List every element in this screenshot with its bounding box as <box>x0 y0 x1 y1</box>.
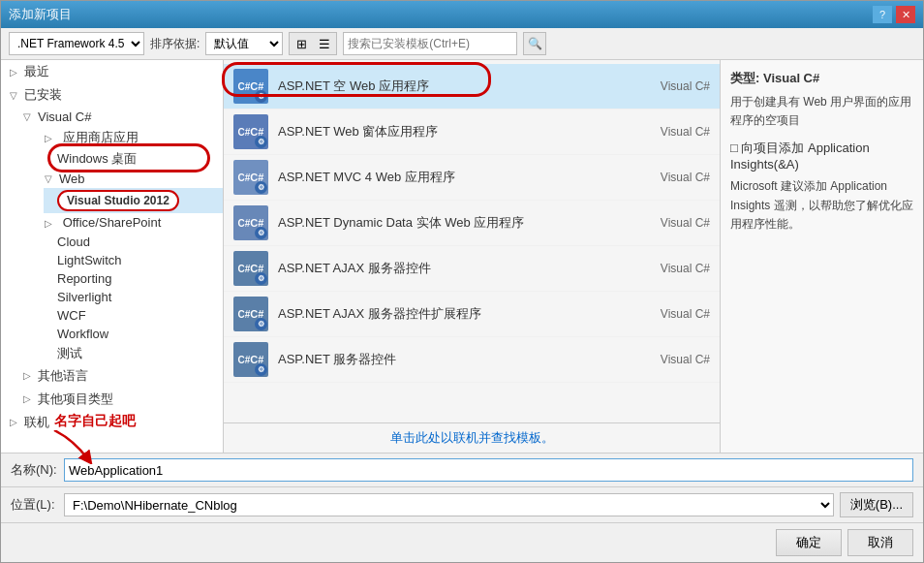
expand-icon-appstore: ▷ <box>42 132 55 145</box>
recent-section: ▷ 最近 <box>1 60 223 83</box>
template-icon-gear: ⚙ <box>255 90 267 103</box>
template-name: ASP.NET Dynamic Data 实体 Web 应用程序 <box>278 214 632 232</box>
sidebar-item-visual-c[interactable]: ▽ Visual C# <box>15 107 223 127</box>
template-info: ASP.NET 空 Web 应用程序 <box>278 78 632 95</box>
sidebar-item-office[interactable]: ▷ Office/SharePoint <box>28 213 223 233</box>
help-button[interactable]: ? <box>873 6 892 23</box>
main-area: C# ⚙ ASP.NET 空 Web 应用程序 Visual C# C# ⚙ A… <box>224 60 720 453</box>
title-bar-buttons: ? ✕ <box>873 6 915 23</box>
template-item[interactable]: C# ⚙ ASP.NET Web 窗体应用程序 Visual C# <box>224 109 720 155</box>
annotation-text: 名字自己起吧 <box>54 413 136 428</box>
template-info: ASP.NET AJAX 服务器控件扩展程序 <box>278 305 632 323</box>
installed-label: 已安装 <box>24 86 62 104</box>
visual-c-label: Visual C# <box>38 109 91 124</box>
template-icon: C# ⚙ <box>233 114 268 149</box>
grid-view-button[interactable]: ⊞ <box>290 33 313 54</box>
additional-info: Microsoft 建议添加 Application Insights 遥测，以… <box>730 177 913 234</box>
template-item[interactable]: C# ⚙ ASP.NET AJAX 服务器控件 Visual C# <box>224 246 720 292</box>
template-icon: C# ⚙ <box>233 342 268 377</box>
name-row: 名字自己起吧 名称(N): <box>1 453 923 486</box>
search-input[interactable] <box>343 32 517 55</box>
visual-c-children: ▷ 应用商店应用 Windows 桌面 ▽ Web Visual St <box>15 127 223 364</box>
template-item[interactable]: C# ⚙ ASP.NET Dynamic Data 实体 Web 应用程序 Vi… <box>224 201 720 246</box>
arrow-svg <box>45 430 103 464</box>
dialog-title: 添加新项目 <box>9 6 72 23</box>
template-name: ASP.NET Web 窗体应用程序 <box>278 123 632 141</box>
bottom-link[interactable]: 单击此处以联机并查找模板。 <box>224 422 720 453</box>
expand-icon-other-projects: ▷ <box>20 392 34 406</box>
location-row: 位置(L): F:\Demo\NHibernate_CNblog 浏览(B)..… <box>1 486 923 522</box>
template-icon: C# ⚙ <box>233 69 268 104</box>
confirm-button[interactable]: 确定 <box>776 529 842 556</box>
template-icon-gear: ⚙ <box>255 136 267 148</box>
installed-children: ▽ Visual C# ▷ 应用商店应用 Windows 桌面 ▽ <box>1 107 223 411</box>
template-icon: C# ⚙ <box>233 160 268 195</box>
app-insights-checkbox[interactable]: □ 向项目添加 Application Insights(&A) <box>730 140 913 172</box>
template-icon-gear: ⚙ <box>255 318 267 330</box>
name-input[interactable] <box>64 458 913 482</box>
template-lang: Visual C# <box>632 353 710 366</box>
template-name: ASP.NET 空 Web 应用程序 <box>278 78 632 95</box>
template-icon-gear: ⚙ <box>255 272 267 285</box>
sidebar-item-appstore[interactable]: ▷ 应用商店应用 <box>28 127 223 148</box>
sidebar-item-vs2012[interactable]: Visual Studio 2012 <box>44 188 223 213</box>
view-toggle: ⊞ ☰ <box>289 32 337 55</box>
template-icon-gear: ⚙ <box>255 227 267 239</box>
sort-select[interactable]: 默认值 <box>205 32 283 55</box>
info-panel: 类型: Visual C# 用于创建具有 Web 用户界面的应用程序的空项目 □… <box>720 60 923 453</box>
template-info: ASP.NET Dynamic Data 实体 Web 应用程序 <box>278 214 632 232</box>
info-description: 用于创建具有 Web 用户界面的应用程序的空项目 <box>730 93 913 130</box>
browse-button[interactable]: 浏览(B)... <box>840 492 913 517</box>
expand-icon-online: ▷ <box>7 416 20 429</box>
template-icon: C# ⚙ <box>233 297 268 331</box>
template-name: ASP.NET MVC 4 Web 应用程序 <box>278 169 632 186</box>
template-item[interactable]: C# ⚙ ASP.NET MVC 4 Web 应用程序 Visual C# <box>224 155 720 201</box>
footer-buttons: 确定 取消 <box>1 522 923 562</box>
sidebar-item-wcf[interactable]: WCF <box>28 306 223 325</box>
sidebar-item-installed[interactable]: ▽ 已安装 <box>1 83 223 107</box>
installed-section: ▽ 已安装 ▽ Visual C# ▷ 应用商店应用 Windows <box>1 83 223 411</box>
close-button[interactable]: ✕ <box>896 6 915 23</box>
template-info: ASP.NET MVC 4 Web 应用程序 <box>278 169 632 186</box>
sidebar-item-recent[interactable]: ▷ 最近 <box>1 60 223 83</box>
list-view-button[interactable]: ☰ <box>313 33 336 54</box>
sidebar-item-other-projects[interactable]: ▷ 其他项目类型 <box>15 388 223 411</box>
template-lang: Visual C# <box>632 307 710 321</box>
sort-label: 排序依据: <box>150 36 200 52</box>
search-button[interactable]: 🔍 <box>523 32 546 55</box>
sidebar-item-reporting[interactable]: Reporting <box>28 269 223 288</box>
template-item[interactable]: C# ⚙ ASP.NET AJAX 服务器控件扩展程序 Visual C# <box>224 292 720 337</box>
template-item[interactable]: C# ⚙ ASP.NET 空 Web 应用程序 Visual C# <box>224 64 720 109</box>
sidebar-item-web[interactable]: ▽ Web <box>28 170 223 188</box>
template-icon-gear: ⚙ <box>255 363 267 376</box>
expand-icon: ▷ <box>7 65 20 78</box>
sidebar-item-cloud[interactable]: Cloud <box>28 233 223 251</box>
template-name: ASP.NET 服务器控件 <box>278 351 632 368</box>
sidebar-item-other-languages[interactable]: ▷ 其他语言 <box>15 364 223 388</box>
expand-icon-office: ▷ <box>42 217 55 231</box>
sidebar-item-windows[interactable]: Windows 桌面 <box>28 148 223 170</box>
sidebar-item-lightswitch[interactable]: LightSwitch <box>28 251 223 269</box>
template-name: ASP.NET AJAX 服务器控件 <box>278 260 632 277</box>
location-label: 位置(L): <box>11 496 64 514</box>
template-icon: C# ⚙ <box>233 251 268 286</box>
online-link[interactable]: 单击此处以联机并查找模板。 <box>390 430 554 445</box>
expand-icon-other: ▷ <box>20 369 34 383</box>
template-lang: Visual C# <box>632 216 710 230</box>
expand-icon-installed: ▽ <box>7 88 20 102</box>
expand-icon-vc: ▽ <box>20 110 34 124</box>
sidebar-item-workflow[interactable]: Workflow <box>28 325 223 343</box>
template-lang: Visual C# <box>632 171 710 184</box>
framework-select[interactable]: .NET Framework 4.5 <box>9 32 144 55</box>
cancel-button[interactable]: 取消 <box>847 529 913 556</box>
expand-icon-web: ▽ <box>42 172 55 186</box>
template-name: ASP.NET AJAX 服务器控件扩展程序 <box>278 305 632 323</box>
main-content: ▷ 最近 ▽ 已安装 ▽ Visual C# ▷ <box>1 60 923 453</box>
sidebar-item-test[interactable]: 测试 <box>28 343 223 364</box>
template-item[interactable]: C# ⚙ ASP.NET 服务器控件 Visual C# <box>224 337 720 383</box>
template-list: C# ⚙ ASP.NET 空 Web 应用程序 Visual C# C# ⚙ A… <box>224 60 720 422</box>
sidebar-item-silverlight[interactable]: Silverlight <box>28 288 223 306</box>
location-select[interactable]: F:\Demo\NHibernate_CNblog <box>64 493 834 516</box>
title-bar: 添加新项目 ? ✕ <box>1 1 923 28</box>
template-info: ASP.NET Web 窗体应用程序 <box>278 123 632 141</box>
